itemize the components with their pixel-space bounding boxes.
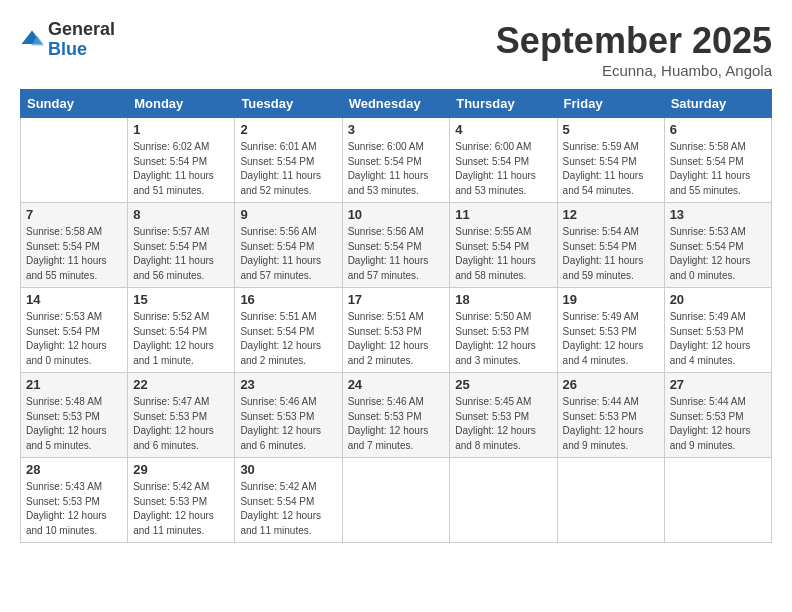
calendar-cell: 6Sunrise: 5:58 AM Sunset: 5:54 PM Daylig… — [664, 118, 771, 203]
calendar-cell: 26Sunrise: 5:44 AM Sunset: 5:53 PM Dayli… — [557, 373, 664, 458]
calendar-cell — [21, 118, 128, 203]
week-row-4: 21Sunrise: 5:48 AM Sunset: 5:53 PM Dayli… — [21, 373, 772, 458]
day-info: Sunrise: 5:46 AM Sunset: 5:53 PM Dayligh… — [240, 395, 336, 453]
calendar-cell — [342, 458, 450, 543]
calendar-cell: 8Sunrise: 5:57 AM Sunset: 5:54 PM Daylig… — [128, 203, 235, 288]
day-info: Sunrise: 5:57 AM Sunset: 5:54 PM Dayligh… — [133, 225, 229, 283]
logo-general-text: General — [48, 20, 115, 40]
day-info: Sunrise: 5:53 AM Sunset: 5:54 PM Dayligh… — [26, 310, 122, 368]
day-number: 6 — [670, 122, 766, 137]
day-number: 30 — [240, 462, 336, 477]
day-number: 26 — [563, 377, 659, 392]
calendar-cell: 14Sunrise: 5:53 AM Sunset: 5:54 PM Dayli… — [21, 288, 128, 373]
day-number: 10 — [348, 207, 445, 222]
month-title: September 2025 — [496, 20, 772, 62]
day-number: 7 — [26, 207, 122, 222]
calendar-cell: 13Sunrise: 5:53 AM Sunset: 5:54 PM Dayli… — [664, 203, 771, 288]
day-info: Sunrise: 6:00 AM Sunset: 5:54 PM Dayligh… — [455, 140, 551, 198]
week-row-3: 14Sunrise: 5:53 AM Sunset: 5:54 PM Dayli… — [21, 288, 772, 373]
day-info: Sunrise: 5:49 AM Sunset: 5:53 PM Dayligh… — [670, 310, 766, 368]
day-info: Sunrise: 5:49 AM Sunset: 5:53 PM Dayligh… — [563, 310, 659, 368]
calendar-cell: 3Sunrise: 6:00 AM Sunset: 5:54 PM Daylig… — [342, 118, 450, 203]
day-number: 2 — [240, 122, 336, 137]
calendar-cell: 27Sunrise: 5:44 AM Sunset: 5:53 PM Dayli… — [664, 373, 771, 458]
weekday-header-friday: Friday — [557, 90, 664, 118]
day-info: Sunrise: 5:46 AM Sunset: 5:53 PM Dayligh… — [348, 395, 445, 453]
calendar-cell: 21Sunrise: 5:48 AM Sunset: 5:53 PM Dayli… — [21, 373, 128, 458]
weekday-header-row: SundayMondayTuesdayWednesdayThursdayFrid… — [21, 90, 772, 118]
calendar-cell: 9Sunrise: 5:56 AM Sunset: 5:54 PM Daylig… — [235, 203, 342, 288]
calendar-cell: 17Sunrise: 5:51 AM Sunset: 5:53 PM Dayli… — [342, 288, 450, 373]
calendar-cell — [557, 458, 664, 543]
day-number: 13 — [670, 207, 766, 222]
day-info: Sunrise: 5:55 AM Sunset: 5:54 PM Dayligh… — [455, 225, 551, 283]
day-info: Sunrise: 5:58 AM Sunset: 5:54 PM Dayligh… — [670, 140, 766, 198]
day-number: 27 — [670, 377, 766, 392]
location-text: Ecunna, Huambo, Angola — [496, 62, 772, 79]
calendar-cell: 25Sunrise: 5:45 AM Sunset: 5:53 PM Dayli… — [450, 373, 557, 458]
calendar-cell: 10Sunrise: 5:56 AM Sunset: 5:54 PM Dayli… — [342, 203, 450, 288]
day-info: Sunrise: 5:50 AM Sunset: 5:53 PM Dayligh… — [455, 310, 551, 368]
weekday-header-thursday: Thursday — [450, 90, 557, 118]
day-info: Sunrise: 5:42 AM Sunset: 5:53 PM Dayligh… — [133, 480, 229, 538]
day-info: Sunrise: 5:59 AM Sunset: 5:54 PM Dayligh… — [563, 140, 659, 198]
day-number: 22 — [133, 377, 229, 392]
day-info: Sunrise: 6:01 AM Sunset: 5:54 PM Dayligh… — [240, 140, 336, 198]
day-number: 21 — [26, 377, 122, 392]
day-number: 25 — [455, 377, 551, 392]
day-number: 14 — [26, 292, 122, 307]
day-number: 8 — [133, 207, 229, 222]
calendar-cell: 11Sunrise: 5:55 AM Sunset: 5:54 PM Dayli… — [450, 203, 557, 288]
day-number: 12 — [563, 207, 659, 222]
calendar-cell: 7Sunrise: 5:58 AM Sunset: 5:54 PM Daylig… — [21, 203, 128, 288]
day-number: 17 — [348, 292, 445, 307]
calendar-cell: 19Sunrise: 5:49 AM Sunset: 5:53 PM Dayli… — [557, 288, 664, 373]
calendar-cell — [664, 458, 771, 543]
weekday-header-sunday: Sunday — [21, 90, 128, 118]
weekday-header-tuesday: Tuesday — [235, 90, 342, 118]
day-info: Sunrise: 5:51 AM Sunset: 5:53 PM Dayligh… — [348, 310, 445, 368]
calendar-cell: 24Sunrise: 5:46 AM Sunset: 5:53 PM Dayli… — [342, 373, 450, 458]
calendar-cell: 18Sunrise: 5:50 AM Sunset: 5:53 PM Dayli… — [450, 288, 557, 373]
day-info: Sunrise: 5:53 AM Sunset: 5:54 PM Dayligh… — [670, 225, 766, 283]
calendar-cell: 4Sunrise: 6:00 AM Sunset: 5:54 PM Daylig… — [450, 118, 557, 203]
day-info: Sunrise: 5:44 AM Sunset: 5:53 PM Dayligh… — [563, 395, 659, 453]
calendar-cell: 30Sunrise: 5:42 AM Sunset: 5:54 PM Dayli… — [235, 458, 342, 543]
day-info: Sunrise: 5:54 AM Sunset: 5:54 PM Dayligh… — [563, 225, 659, 283]
day-info: Sunrise: 6:02 AM Sunset: 5:54 PM Dayligh… — [133, 140, 229, 198]
day-info: Sunrise: 5:42 AM Sunset: 5:54 PM Dayligh… — [240, 480, 336, 538]
day-number: 18 — [455, 292, 551, 307]
weekday-header-monday: Monday — [128, 90, 235, 118]
weekday-header-saturday: Saturday — [664, 90, 771, 118]
day-number: 3 — [348, 122, 445, 137]
logo-blue-text: Blue — [48, 40, 115, 60]
day-number: 15 — [133, 292, 229, 307]
day-number: 5 — [563, 122, 659, 137]
day-info: Sunrise: 5:51 AM Sunset: 5:54 PM Dayligh… — [240, 310, 336, 368]
week-row-2: 7Sunrise: 5:58 AM Sunset: 5:54 PM Daylig… — [21, 203, 772, 288]
day-number: 1 — [133, 122, 229, 137]
calendar-cell: 5Sunrise: 5:59 AM Sunset: 5:54 PM Daylig… — [557, 118, 664, 203]
day-number: 16 — [240, 292, 336, 307]
logo-icon — [20, 28, 44, 52]
day-info: Sunrise: 5:43 AM Sunset: 5:53 PM Dayligh… — [26, 480, 122, 538]
calendar-cell: 15Sunrise: 5:52 AM Sunset: 5:54 PM Dayli… — [128, 288, 235, 373]
calendar-cell: 1Sunrise: 6:02 AM Sunset: 5:54 PM Daylig… — [128, 118, 235, 203]
calendar-table: SundayMondayTuesdayWednesdayThursdayFrid… — [20, 89, 772, 543]
weekday-header-wednesday: Wednesday — [342, 90, 450, 118]
day-number: 23 — [240, 377, 336, 392]
calendar-cell: 23Sunrise: 5:46 AM Sunset: 5:53 PM Dayli… — [235, 373, 342, 458]
page-header: General Blue September 2025 Ecunna, Huam… — [20, 20, 772, 79]
calendar-cell — [450, 458, 557, 543]
day-number: 9 — [240, 207, 336, 222]
day-info: Sunrise: 5:56 AM Sunset: 5:54 PM Dayligh… — [348, 225, 445, 283]
logo: General Blue — [20, 20, 115, 60]
day-info: Sunrise: 5:52 AM Sunset: 5:54 PM Dayligh… — [133, 310, 229, 368]
day-info: Sunrise: 5:48 AM Sunset: 5:53 PM Dayligh… — [26, 395, 122, 453]
calendar-cell: 2Sunrise: 6:01 AM Sunset: 5:54 PM Daylig… — [235, 118, 342, 203]
day-info: Sunrise: 5:44 AM Sunset: 5:53 PM Dayligh… — [670, 395, 766, 453]
calendar-cell: 28Sunrise: 5:43 AM Sunset: 5:53 PM Dayli… — [21, 458, 128, 543]
calendar-cell: 22Sunrise: 5:47 AM Sunset: 5:53 PM Dayli… — [128, 373, 235, 458]
calendar-cell: 20Sunrise: 5:49 AM Sunset: 5:53 PM Dayli… — [664, 288, 771, 373]
day-number: 19 — [563, 292, 659, 307]
